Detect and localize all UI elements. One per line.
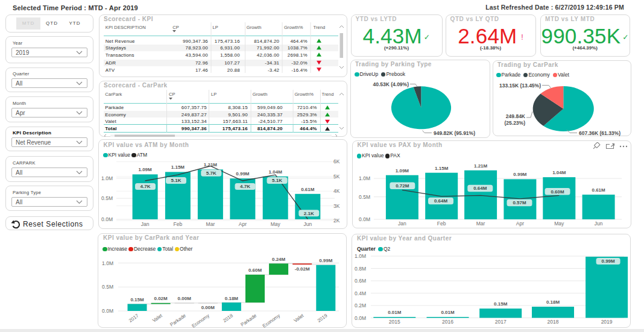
svg-text:Valet: Valet [293,313,305,324]
svg-text:0.5M: 0.5M [359,193,370,199]
svg-text:2019: 2019 [601,319,612,325]
svg-text:0.18M: 0.18M [225,296,239,301]
svg-text:133.15K (13.45%): 133.15K (13.45%) [499,82,541,88]
svg-text:0.02M: 0.02M [154,296,168,301]
svg-text:0.5M: 0.5M [101,195,113,201]
svg-text:0.61M: 0.61M [301,187,315,192]
svg-text:Apr: Apr [516,220,523,226]
svg-text:2018: 2018 [222,313,234,324]
svg-text:0.61M: 0.61M [592,187,605,193]
svg-text:2016: 2016 [442,319,453,325]
svg-text:Jan: Jan [141,221,150,227]
svg-text:5K: 5K [333,174,340,180]
svg-text:607.36K (61.33%): 607.36K (61.33%) [579,130,620,136]
svg-text:0.64M: 0.64M [434,198,447,204]
svg-text:Jun: Jun [303,221,312,227]
svg-text:0.8M: 0.8M [355,265,366,271]
svg-text:0.00M: 0.00M [178,296,192,301]
svg-text:0.6M: 0.6M [355,278,366,284]
svg-text:Parkade: Parkade [169,313,187,328]
svg-text:4.7K: 4.7K [240,184,250,189]
svg-text:3K: 3K [333,203,340,209]
svg-text:2018: 2018 [547,319,558,325]
svg-text:0.99M: 0.99M [236,171,250,177]
svg-text:0.99M: 0.99M [319,258,333,263]
svg-text:1.21M: 1.21M [473,163,487,168]
svg-text:-0.02M: -0.02M [295,266,310,272]
svg-text:1.0M: 1.0M [102,260,113,266]
svg-text:1.15M: 1.15M [435,165,449,171]
svg-text:0.0M: 0.0M [359,216,370,222]
svg-text:0.64M: 0.64M [473,186,487,191]
svg-text:2017: 2017 [128,313,140,324]
svg-text:0.60M: 0.60M [551,189,564,194]
svg-text:2015: 2015 [388,319,400,325]
svg-text:5.1K: 5.1K [171,178,182,183]
svg-text:949.82K (95.91%): 949.82K (95.91%) [434,130,475,136]
svg-text:1.0M: 1.0M [101,175,113,181]
svg-text:0.01M: 0.01M [441,309,455,315]
svg-text:0.0M: 0.0M [101,216,113,222]
svg-text:0.2M: 0.2M [355,302,366,309]
svg-text:2017: 2017 [494,319,506,325]
svg-text:0.00M: 0.00M [201,305,215,310]
svg-text:Mar: Mar [206,221,215,227]
svg-text:5.7K: 5.7K [206,171,216,176]
svg-text:Economy: Economy [262,313,281,328]
svg-text:Economy: Economy [191,313,210,328]
svg-text:May: May [271,221,281,227]
svg-text:0.15M: 0.15M [130,297,144,302]
svg-text:0.0M: 0.0M [355,315,366,321]
svg-text:(25.23%): (25.23%) [505,119,526,125]
svg-text:4.7K: 4.7K [140,184,151,189]
svg-text:0.15M: 0.15M [494,301,508,306]
svg-text:May: May [554,220,564,226]
svg-text:2.1K: 2.1K [304,211,314,216]
svg-text:0.57M: 0.57M [513,200,526,205]
svg-text:Feb: Feb [437,220,446,226]
svg-text:Apr: Apr [239,221,247,227]
svg-text:0.72M: 0.72M [396,183,409,189]
svg-text:0.18M: 0.18M [546,299,560,304]
svg-text:0.99M: 0.99M [513,172,527,177]
svg-text:1.09M: 1.09M [395,168,409,173]
svg-text:0.60M: 0.60M [248,268,262,273]
svg-text:4K: 4K [333,188,340,194]
svg-text:Feb: Feb [174,221,183,227]
svg-text:0.99M: 0.99M [601,258,615,264]
svg-text:1.04M: 1.04M [269,169,283,175]
svg-text:6K: 6K [333,158,340,164]
svg-text:Parkade: Parkade [240,313,258,328]
svg-text:1.0M: 1.0M [359,175,370,181]
svg-text:Jun: Jun [594,220,602,226]
svg-text:1.04M: 1.04M [552,170,566,175]
svg-text:40.53K (4.09%): 40.53K (4.09%) [373,81,409,87]
svg-text:2019: 2019 [317,313,329,324]
svg-text:0.5M: 0.5M [102,284,113,290]
svg-text:1.15M: 1.15M [171,164,185,170]
svg-text:1.0M: 1.0M [355,253,366,259]
svg-text:2K: 2K [333,218,340,224]
svg-text:0.0M: 0.0M [102,308,113,314]
svg-text:249.84K: 249.84K [506,113,526,119]
svg-text:5.1K: 5.1K [272,178,282,183]
svg-text:1.09M: 1.09M [138,167,152,172]
svg-text:Valet: Valet [151,313,163,324]
svg-text:0.01M: 0.01M [388,309,402,315]
svg-text:0.24M: 0.24M [272,257,286,262]
svg-text:Mar: Mar [476,220,485,226]
svg-text:0.4M: 0.4M [355,290,366,296]
svg-text:Jan: Jan [398,220,406,226]
